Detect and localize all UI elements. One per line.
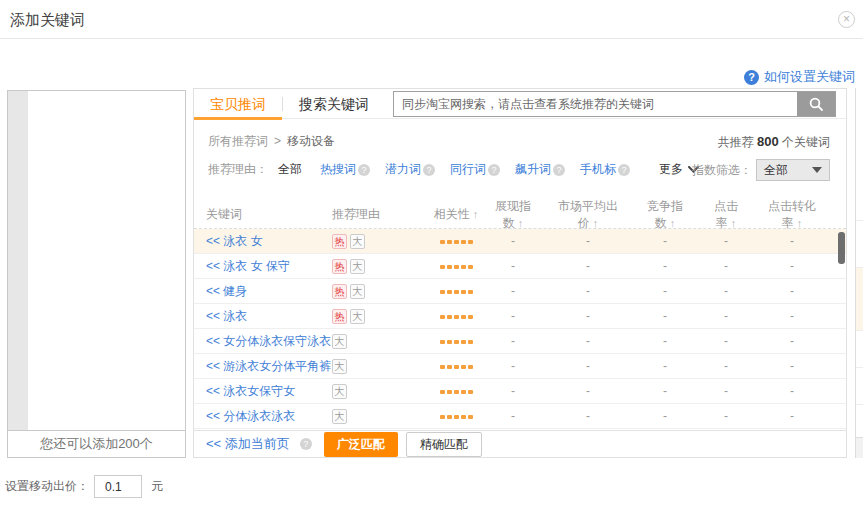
- sort-arrow-icon[interactable]: ↑: [593, 217, 599, 229]
- relevance-bar: [468, 290, 473, 294]
- question-circle-icon[interactable]: ?: [744, 70, 759, 85]
- column-header: 关键词: [194, 206, 326, 223]
- big-badge: 大: [332, 409, 347, 424]
- table-row[interactable]: << 游泳衣女分体平角裤大-----: [194, 354, 846, 379]
- add-page-label: 添加当前页: [225, 436, 290, 451]
- keyword-link[interactable]: << 泳衣 女: [206, 234, 263, 248]
- scrollbar-thumb[interactable]: [838, 232, 845, 264]
- broad-match-button[interactable]: 广泛匹配: [324, 432, 398, 457]
- column-header[interactable]: 相关性↑: [418, 206, 494, 223]
- relevance-bar: [440, 240, 445, 244]
- big-badge: 大: [350, 259, 365, 274]
- metric-empty-value: -: [644, 234, 710, 248]
- keyword-link[interactable]: << 健身: [206, 284, 247, 298]
- breadcrumb-root[interactable]: 所有推荐词: [208, 134, 268, 148]
- column-header[interactable]: 竞争指数↑: [644, 198, 710, 232]
- keyword-link[interactable]: << 泳衣 女 保守: [206, 259, 290, 273]
- table-row[interactable]: << 健身热大-----: [194, 279, 846, 304]
- filter-option[interactable]: 潜力词?: [385, 161, 435, 178]
- metric-empty-value: -: [494, 359, 556, 373]
- mobile-bid-unit: 元: [151, 478, 163, 495]
- relevance-cell: [418, 259, 494, 273]
- keyword-link[interactable]: << 女分体泳衣保守泳衣: [206, 334, 331, 348]
- relevance-bar: [440, 315, 445, 319]
- keyword-link[interactable]: << 泳衣: [206, 309, 247, 323]
- question-icon[interactable]: ?: [423, 164, 435, 176]
- metric-empty-value: -: [766, 334, 842, 348]
- sort-arrow-icon[interactable]: ↑: [797, 217, 803, 229]
- add-current-page-link[interactable]: << 添加当前页: [206, 435, 290, 453]
- relevance-cell: [418, 234, 494, 248]
- relevance-bar: [440, 290, 445, 294]
- relevance-bar: [461, 240, 466, 244]
- close-icon[interactable]: ×: [838, 11, 855, 28]
- filter-option[interactable]: 同行词?: [450, 161, 500, 178]
- keyword-link[interactable]: << 游泳衣女分体平角裤: [206, 359, 331, 373]
- relevance-bar: [447, 340, 452, 344]
- tab-item-0[interactable]: 宝贝推词: [194, 89, 282, 119]
- keyword-recommendation-panel: 宝贝推词搜索关键词 所有推荐词>移动设备 推荐理由： 全部 热搜词?潜力词?同行…: [193, 88, 847, 458]
- question-icon[interactable]: ?: [553, 164, 565, 176]
- metric-empty-value: -: [766, 359, 842, 373]
- question-icon[interactable]: ?: [488, 164, 500, 176]
- table-row[interactable]: << 泳衣热大-----: [194, 304, 846, 329]
- filter-option[interactable]: 手机标?: [580, 161, 630, 178]
- keyword-cell: << 泳衣女保守女: [194, 383, 326, 400]
- relevance-bar: [454, 415, 459, 419]
- breadcrumb-current: 移动设备: [287, 134, 335, 148]
- metric-empty-value: -: [710, 234, 766, 248]
- mobile-bid-input[interactable]: [94, 475, 142, 498]
- metric-empty-value: -: [494, 334, 556, 348]
- relevance-bar: [468, 315, 473, 319]
- relevance-bar: [440, 365, 445, 369]
- keyword-link[interactable]: << 分体泳衣泳衣: [206, 409, 295, 423]
- summary-count: 800: [757, 134, 779, 149]
- help-link[interactable]: 如何设置关键词: [764, 68, 855, 86]
- metric-empty-value: -: [710, 259, 766, 273]
- summary-block: 共推荐 800 个关键词 指数筛选： 全部: [692, 134, 830, 181]
- keyword-cell: << 泳衣 女: [194, 233, 326, 250]
- metric-empty-value: -: [766, 259, 842, 273]
- keyword-search-input[interactable]: [394, 92, 797, 116]
- column-header[interactable]: 点击转化率↑: [766, 198, 842, 232]
- big-badge: 大: [350, 309, 365, 324]
- filter-option-all[interactable]: 全部: [278, 161, 302, 178]
- search-icon: [808, 96, 824, 112]
- filter-option[interactable]: 热搜词?: [320, 161, 370, 178]
- table-row[interactable]: << 泳衣 女 保守热大-----: [194, 254, 846, 279]
- keyword-link[interactable]: << 泳衣女保守女: [206, 384, 295, 398]
- relevance-bar: [447, 240, 452, 244]
- sort-arrow-icon[interactable]: ↑: [670, 217, 676, 229]
- sort-arrow-icon[interactable]: ↑: [518, 217, 524, 229]
- relevance-bar: [454, 290, 459, 294]
- relevance-cell: [418, 334, 494, 348]
- column-header[interactable]: 市场平均出价↑: [556, 198, 644, 232]
- table-row[interactable]: << 泳衣女保守女大-----: [194, 379, 846, 404]
- filter-option[interactable]: 飙升词?: [515, 161, 565, 178]
- reason-cell: 大: [326, 408, 418, 423]
- tab-item-1[interactable]: 搜索关键词: [283, 89, 385, 119]
- index-filter-dropdown[interactable]: 全部: [756, 159, 830, 181]
- sort-arrow-icon[interactable]: ↑: [731, 217, 737, 229]
- filter-options: 热搜词?潜力词?同行词?飙升词?手机标?: [320, 161, 645, 178]
- breadcrumb-separator: >: [274, 134, 281, 148]
- relevance-cell: [418, 384, 494, 398]
- table-row[interactable]: << 分体泳衣泳衣大-----: [194, 404, 846, 429]
- question-icon[interactable]: ?: [618, 164, 630, 176]
- metric-empty-value: -: [494, 284, 556, 298]
- sort-arrow-icon[interactable]: ↑: [473, 208, 479, 220]
- metric-empty-value: -: [556, 259, 644, 273]
- reason-cell: 热大: [326, 233, 418, 248]
- question-icon[interactable]: ?: [300, 438, 312, 450]
- search-button[interactable]: [797, 92, 835, 116]
- exact-match-button[interactable]: 精确匹配: [406, 432, 482, 457]
- relevance-bar: [461, 340, 466, 344]
- relevance-bar: [461, 290, 466, 294]
- question-icon[interactable]: ?: [358, 164, 370, 176]
- column-header[interactable]: 展现指数↑: [494, 198, 556, 232]
- column-header[interactable]: 点击率↑: [710, 198, 766, 232]
- table-scrollbar[interactable]: [838, 230, 845, 432]
- table-row[interactable]: << 女分体泳衣保守泳衣大-----: [194, 329, 846, 354]
- table-row[interactable]: << 泳衣 女热大-----: [194, 229, 846, 254]
- metric-empty-value: -: [644, 259, 710, 273]
